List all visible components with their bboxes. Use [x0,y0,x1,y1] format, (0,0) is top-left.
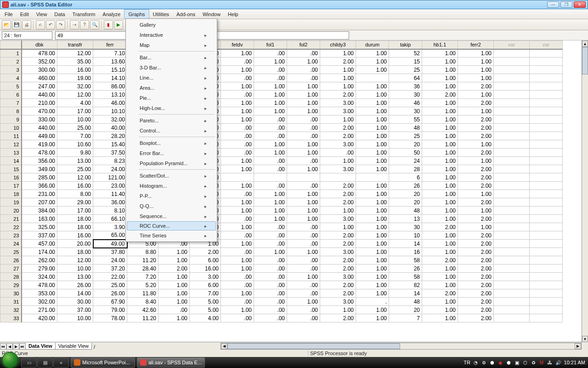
menuitem-pie[interactable]: Pie... [127,93,216,103]
cell[interactable]: 30.00 [57,298,93,306]
cell[interactable]: 28 [389,165,422,173]
cell[interactable]: 1.00 [422,66,458,74]
cell[interactable] [530,165,563,173]
cell[interactable]: 1.00 [422,82,458,91]
cell[interactable]: 11.40 [93,190,127,198]
cell[interactable] [530,107,563,115]
chart-icon[interactable]: ▮ [104,20,113,29]
cell[interactable] [530,298,563,306]
menuitem-error-bar[interactable]: Error Bar... [127,148,216,158]
cell[interactable] [530,182,563,190]
cell[interactable]: 14.00 [57,289,93,298]
cell[interactable]: .00 [221,91,254,99]
cell[interactable]: 3.00 [320,99,356,107]
cell[interactable]: 1.00 [320,66,356,74]
row-header[interactable]: 14 [0,157,22,165]
column-header[interactable]: transfr [57,41,93,49]
cell[interactable] [494,173,530,182]
cell[interactable] [494,281,530,289]
cell[interactable]: 1.00 [422,58,458,66]
cell[interactable]: .00 [221,298,254,306]
cell[interactable]: 3.00 [320,248,356,256]
tray-icon[interactable]: M [538,359,545,366]
cell[interactable]: .00 [254,298,287,306]
row-header[interactable]: 3 [0,66,22,74]
cell[interactable]: .00 [287,124,320,132]
cell[interactable]: 18.00 [57,215,93,223]
cell[interactable]: 1.00 [422,149,458,157]
cell[interactable]: 1.00 [422,157,458,165]
cell[interactable]: 1.00 [320,306,356,314]
variables-icon[interactable]: ? [80,20,89,29]
cell[interactable] [494,190,530,198]
cell[interactable]: 2.00 [458,264,494,273]
menu-help[interactable]: Help [224,9,242,19]
cell[interactable]: 10 [389,231,422,240]
cell[interactable]: 2.00 [458,231,494,240]
find-icon[interactable]: 🔍 [90,20,99,29]
cell[interactable]: 1.00 [254,248,287,256]
cell[interactable]: 16.00 [57,66,93,74]
cell[interactable] [494,140,530,149]
cell[interactable] [287,173,320,182]
cell[interactable]: 1.00 [287,165,320,173]
cell[interactable]: 1.00 [356,165,389,173]
cell[interactable]: 1.00 [320,207,356,215]
row-header[interactable]: 6 [0,91,22,99]
row-header[interactable]: 15 [0,165,22,173]
cell[interactable]: 384.00 [22,207,57,215]
cell[interactable]: 23.00 [93,182,127,190]
cell[interactable]: 20 [389,190,422,198]
cell[interactable]: 2.00 [458,99,494,107]
cell[interactable]: 2.00 [190,248,221,256]
column-header[interactable]: var [494,41,530,49]
cell[interactable]: 2.00 [422,223,458,231]
cell[interactable]: 15.10 [93,66,127,74]
cell[interactable]: 1.00 [422,198,458,207]
cell[interactable]: 1.00 [254,99,287,107]
cell[interactable]: 1.00 [422,306,458,314]
cell[interactable]: 2.00 [458,132,494,140]
cell[interactable]: 440.00 [22,91,57,99]
cell[interactable]: 26.00 [57,281,93,289]
cell[interactable]: 1.00 [356,124,389,132]
cell[interactable]: 1.00 [422,240,458,248]
menu-transform[interactable]: Transform [69,9,99,19]
cell[interactable]: 32.00 [57,82,93,91]
menu-window[interactable]: Window [199,9,224,19]
cell[interactable]: 1.00 [422,182,458,190]
cell[interactable]: 247.00 [22,82,57,91]
cell[interactable]: 1.00 [422,207,458,215]
cell[interactable] [494,49,530,58]
column-header[interactable]: fol2 [287,41,320,49]
menuitem-line[interactable]: Line... [127,73,216,83]
cell[interactable] [530,240,563,248]
cell[interactable] [530,74,563,82]
cell[interactable]: 1.00 [458,223,494,231]
cell[interactable]: 2.00 [422,256,458,264]
cell[interactable]: 18.00 [57,223,93,231]
cell[interactable] [494,215,530,223]
tray-icon[interactable]: ▣ [514,359,520,366]
cell[interactable]: 78.00 [93,314,127,322]
cell[interactable]: 26.00 [93,289,127,298]
cell[interactable]: 36.00 [93,198,127,207]
cell[interactable]: 2.00 [422,91,458,99]
cell[interactable]: 285.00 [22,173,57,182]
cell[interactable]: 13.10 [93,91,127,99]
cell[interactable]: 65.00 [93,231,127,240]
menuitem-population-pyramid[interactable]: Population Pyramid... [127,158,216,168]
cell[interactable]: 1.00 [254,58,287,66]
cell[interactable]: 2.00 [320,198,356,207]
cell[interactable]: 13.60 [93,58,127,66]
scroll-thumb[interactable] [582,47,588,75]
volume-icon[interactable]: 🔊 [555,359,561,366]
menuitem-boxplot[interactable]: Boxplot... [127,138,216,148]
cell[interactable] [530,99,563,107]
cell[interactable] [494,248,530,256]
cell[interactable]: 1.00 [458,74,494,82]
tab-scroll-next-icon[interactable]: ▶ [13,343,19,350]
cell[interactable]: 1.00 [356,207,389,215]
cell[interactable]: 1.00 [356,248,389,256]
cell[interactable]: .00 [287,256,320,264]
